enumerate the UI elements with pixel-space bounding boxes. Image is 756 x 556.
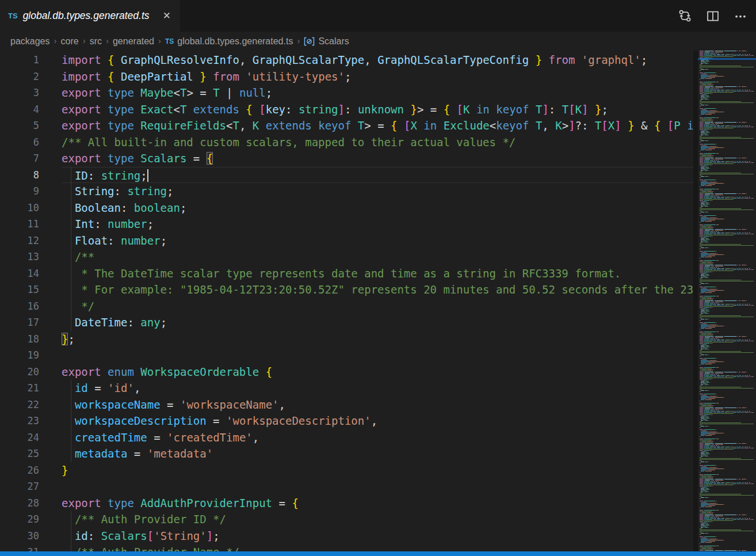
line-number[interactable]: 19: [0, 347, 39, 364]
line-number[interactable]: 21: [0, 380, 39, 397]
line-number[interactable]: 11: [0, 216, 39, 233]
code-token: =: [147, 431, 167, 444]
code-line[interactable]: Float: number;: [62, 233, 693, 249]
code-line[interactable]: metadata = 'metadata': [62, 445, 693, 462]
code-line[interactable]: workspaceName = 'workspaceName',: [62, 397, 693, 413]
code-token: [62, 316, 75, 329]
line-number[interactable]: 14: [0, 265, 39, 282]
line-number[interactable]: 5: [0, 117, 39, 134]
line-number[interactable]: 20: [0, 364, 39, 380]
minimap[interactable]: [698, 51, 756, 551]
code-line[interactable]: };: [62, 331, 693, 348]
line-number[interactable]: 2: [0, 68, 39, 85]
line-number[interactable]: 24: [0, 429, 39, 446]
code-line[interactable]: id: Scalars['String'];: [62, 528, 693, 544]
minimap-line: [706, 533, 708, 534]
line-number[interactable]: 30: [0, 528, 39, 544]
line-number[interactable]: 28: [0, 495, 39, 512]
code-line[interactable]: */: [62, 298, 693, 315]
line-number[interactable]: 15: [0, 281, 39, 298]
scrollbar-track[interactable]: [693, 51, 698, 551]
code-token: export: [62, 86, 108, 99]
more-actions-icon[interactable]: [734, 10, 747, 22]
line-number[interactable]: 27: [0, 478, 39, 495]
line-number[interactable]: 4: [0, 101, 39, 118]
breadcrumb-item-generated[interactable]: generated: [113, 36, 154, 47]
line-number[interactable]: 26: [0, 462, 39, 479]
code-token: 'workspaceName': [180, 398, 279, 411]
code-line[interactable]: export enum WorkspaceOrderable {: [62, 364, 693, 380]
code-line[interactable]: import { DeepPartial } from 'utility-typ…: [62, 68, 693, 85]
line-number[interactable]: 8: [0, 167, 39, 184]
code-line[interactable]: export type AddAuthProviderInput = {: [62, 495, 693, 512]
minimap-line: [710, 129, 712, 130]
line-number[interactable]: 23: [0, 413, 39, 429]
code-line[interactable]: * For example: "1985-04-12T23:20:50.52Z"…: [62, 281, 693, 298]
code-line[interactable]: id = 'id',: [62, 380, 693, 397]
line-number[interactable]: 9: [0, 183, 39, 200]
code-line[interactable]: }: [62, 462, 693, 479]
minimap-line: [742, 515, 746, 515]
line-number[interactable]: 18: [0, 331, 39, 348]
code-line[interactable]: /** All built-in and custom scalars, map…: [62, 134, 693, 151]
line-number[interactable]: 12: [0, 233, 39, 249]
line-number[interactable]: 6: [0, 134, 39, 151]
minimap-line: [705, 435, 707, 436]
code-token: [114, 70, 121, 83]
code-line[interactable]: String: string;: [62, 183, 693, 200]
open-changes-icon[interactable]: [678, 9, 692, 22]
line-number[interactable]: 3: [0, 85, 39, 101]
code-line[interactable]: [62, 478, 693, 495]
code-line[interactable]: DateTime: any;: [62, 314, 693, 331]
breadcrumb-item-packages[interactable]: packages: [10, 36, 50, 47]
line-number[interactable]: 10: [0, 200, 39, 216]
code-line[interactable]: /**: [62, 249, 693, 265]
line-number[interactable]: 29: [0, 511, 39, 528]
minimap-line: [708, 135, 709, 135]
breadcrumb-item-src[interactable]: src: [90, 36, 102, 47]
code-line[interactable]: import { GraphQLResolveInfo, GraphQLScal…: [62, 52, 693, 68]
code-token: [259, 365, 265, 378]
line-number[interactable]: 13: [0, 249, 39, 265]
breadcrumb-item-core[interactable]: core: [61, 36, 79, 47]
code-line[interactable]: createdTime = 'createdTime',: [62, 429, 693, 446]
line-number[interactable]: 7: [0, 150, 39, 167]
minimap-line: [716, 73, 716, 73]
code-line[interactable]: export type Exact<T extends { [key: stri…: [62, 101, 693, 118]
breadcrumb-item-scalars[interactable]: Scalars: [304, 36, 349, 47]
code-line[interactable]: export type Maybe<T> = T | null;: [62, 85, 693, 101]
split-editor-icon[interactable]: [707, 10, 719, 22]
minimap-line: [709, 239, 710, 240]
code-token: in: [423, 119, 437, 132]
minimap-line: [710, 272, 712, 272]
code-area[interactable]: import { GraphQLResolveInfo, GraphQLScal…: [62, 51, 693, 556]
code-line[interactable]: Boolean: boolean;: [62, 200, 693, 216]
breadcrumb-label: packages: [10, 36, 50, 47]
code-token: T: [232, 119, 239, 132]
minimap-line: [716, 536, 716, 537]
minimap-line: [710, 486, 712, 486]
minimap-line: [700, 142, 701, 142]
line-number[interactable]: 17: [0, 314, 39, 331]
minimap-line: [746, 51, 747, 51]
minimap-line: [713, 155, 713, 156]
code-token: T: [180, 103, 186, 116]
code-line[interactable]: [62, 347, 693, 364]
line-number[interactable]: 16: [0, 298, 39, 315]
tab-global-db-types[interactable]: TS global.db.types.generated.ts ✕: [0, 0, 180, 32]
line-number[interactable]: 25: [0, 445, 39, 462]
code-line[interactable]: ID: string;: [62, 167, 693, 184]
code-line[interactable]: export type Scalars = {: [62, 150, 693, 167]
code-line[interactable]: * The DateTime scalar type represents da…: [62, 265, 693, 282]
code-line[interactable]: /** Auth Provider ID */: [62, 511, 693, 528]
code-line[interactable]: Int: number;: [62, 216, 693, 233]
minimap-line: [706, 108, 715, 109]
code-line[interactable]: workspaceDescription = 'workspaceDescrip…: [62, 413, 693, 429]
line-number[interactable]: 1: [0, 52, 39, 68]
editor-gutter[interactable]: 1234567891011121314151617181920212223242…: [0, 51, 52, 556]
breadcrumb-item-global-db-types-generated-ts[interactable]: TSglobal.db.types.generated.ts: [165, 36, 293, 47]
code-token: ,: [364, 54, 377, 66]
line-number[interactable]: 22: [0, 397, 39, 413]
close-tab-icon[interactable]: ✕: [161, 10, 173, 22]
code-line[interactable]: export type RequireFields<T, K extends k…: [62, 117, 693, 134]
